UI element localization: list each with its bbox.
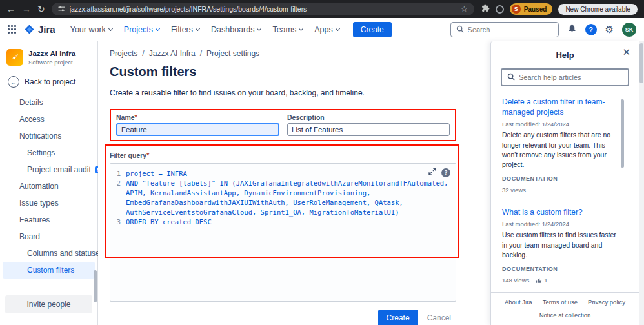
sidebar-item-notifications[interactable]: Notifications: [3, 128, 95, 144]
bookmark-star-icon[interactable]: ☆: [461, 5, 468, 14]
create-filter-button[interactable]: Create: [378, 310, 418, 325]
filter-query-label: Filter query*: [110, 152, 149, 159]
help-search-input[interactable]: [519, 74, 623, 81]
page-scrollbar[interactable]: [639, 41, 644, 325]
url-text[interactable]: jazzx.atlassian.net/jira/software/projec…: [70, 5, 456, 13]
app-switcher-icon[interactable]: [8, 25, 16, 34]
notice-at-collection-link[interactable]: Notice at collection: [496, 311, 634, 319]
sidebar-item-project-email-audit[interactable]: Project email auditNEW: [3, 161, 95, 178]
query-help-icon[interactable]: ?: [441, 168, 450, 177]
article-tag: DOCUMENTATION: [502, 266, 619, 272]
jql-line: 2 AND "feature [labels]" IN (JAXIGrafana…: [113, 179, 450, 217]
address-bar[interactable]: jazzx.atlassian.net/jira/software/projec…: [52, 3, 474, 15]
jql-editor[interactable]: 1 project = INFRA 2 AND "feature [labels…: [110, 163, 456, 302]
sidebar-item-features[interactable]: Features: [3, 212, 95, 228]
article-modified: Last modified: 1/24/2024: [502, 221, 619, 228]
name-field[interactable]: [116, 123, 279, 136]
sidebar-item-columns-and-statuses[interactable]: Columns and statuses: [3, 245, 95, 262]
article-link[interactable]: Delete a custom filter in team-managed p…: [502, 97, 619, 117]
project-settings-sidebar: Jazzx AI Infra Software project ← Back t…: [0, 41, 98, 325]
sidebar-item-issue-types[interactable]: Issue types: [3, 195, 95, 212]
notifications-bell-icon[interactable]: [567, 23, 577, 35]
jql-line: 1 project = INFRA: [113, 169, 450, 179]
privacy-policy-link[interactable]: Privacy policy: [588, 299, 625, 306]
required-asterisk: *: [135, 113, 137, 121]
paused-avatar: S: [512, 5, 521, 14]
help-title: Help: [556, 50, 574, 60]
extensions-puzzle-icon[interactable]: [481, 3, 490, 15]
sidebar-item-details[interactable]: Details: [3, 94, 95, 111]
help-scrollbar[interactable]: [621, 99, 624, 168]
sidebar-item-board[interactable]: Board: [3, 228, 95, 245]
help-search[interactable]: [501, 68, 629, 86]
article-link[interactable]: What is a custom filter?: [502, 207, 619, 217]
sidebar-scrollbar[interactable]: [94, 270, 97, 302]
project-header: Jazzx AI Infra Software project: [0, 49, 97, 66]
line-number: 1: [113, 169, 126, 179]
browser-back-icon[interactable]: ←: [6, 5, 15, 14]
sync-paused-badge[interactable]: S Paused: [510, 3, 553, 15]
help-icon[interactable]: ?: [585, 24, 597, 35]
global-search-input[interactable]: [468, 26, 553, 34]
breadcrumb-projects[interactable]: Projects: [110, 49, 137, 58]
editor-tools: ?: [428, 168, 450, 178]
nav-apps[interactable]: Apps: [311, 23, 343, 37]
settings-menu: Details Access Notifications Settings Pr…: [0, 94, 97, 290]
invite-people-button[interactable]: Invite people: [5, 295, 92, 313]
nav-filters[interactable]: Filters: [168, 23, 203, 37]
user-avatar[interactable]: SK: [622, 23, 636, 37]
jql-code: ORDER BY created DESC: [126, 217, 450, 227]
sidebar-item-access[interactable]: Access: [3, 111, 95, 128]
jira-top-nav: Jira Your work Projects Filters Dashboar…: [0, 18, 644, 41]
browser-toolbar: ← → ↻ jazzx.atlassian.net/jira/software/…: [0, 0, 644, 18]
sidebar-item-settings[interactable]: Settings: [3, 144, 95, 161]
breadcrumb-project-settings[interactable]: Project settings: [196, 49, 259, 58]
help-article: Delete a custom filter in team-managed p…: [502, 97, 619, 193]
project-avatar: [6, 49, 23, 66]
site-info-icon[interactable]: [58, 3, 65, 15]
browser-actions: S Paused New Chrome available: [481, 3, 638, 15]
breadcrumb-project[interactable]: Jazzx AI Infra: [137, 49, 195, 58]
nav-teams[interactable]: Teams: [269, 23, 306, 37]
browser-forward-icon[interactable]: →: [22, 5, 31, 14]
filter-query-section: Filter query* 1 project = INFRA 2 AND "f…: [110, 149, 456, 302]
article-views: 148 views: [502, 277, 529, 284]
about-jira-link[interactable]: About Jira: [505, 299, 532, 306]
cancel-button[interactable]: Cancel: [422, 310, 456, 325]
article-body: Delete any custom filters that are no lo…: [502, 130, 619, 170]
settings-gear-icon[interactable]: ⚙: [605, 25, 614, 34]
page-scrollbar-thumb[interactable]: [639, 43, 643, 83]
jira-wordmark: Jira: [38, 24, 55, 35]
jira-logo[interactable]: Jira: [24, 24, 55, 35]
nav-projects[interactable]: Projects: [121, 23, 163, 37]
help-article: What is a custom filter? Last modified: …: [502, 207, 619, 284]
global-create-button[interactable]: Create: [353, 22, 392, 37]
new-chrome-available-button[interactable]: New Chrome available: [558, 4, 638, 15]
jql-code: AND "feature [labels]" IN (JAXIGrafanaIn…: [126, 179, 450, 217]
chevron-down-icon: [299, 26, 303, 30]
global-search[interactable]: [450, 22, 559, 37]
browser-reload-icon[interactable]: ↻: [37, 5, 45, 14]
article-modified: Last modified: 1/24/2024: [502, 121, 619, 128]
custom-filter-form: Name* Description Filter query* 1 pro: [110, 109, 456, 325]
sidebar-item-custom-filters[interactable]: Custom filters: [3, 262, 95, 279]
annotation-box-fields: Name* Description: [110, 109, 456, 141]
jira-logo-icon: [24, 24, 35, 35]
back-to-project[interactable]: ← Back to project: [0, 76, 97, 88]
back-arrow-icon: ←: [8, 76, 19, 88]
search-icon: [456, 24, 464, 35]
sidebar-item-automation[interactable]: Automation: [3, 178, 95, 195]
close-icon[interactable]: ✕: [622, 47, 630, 57]
terms-of-use-link[interactable]: Terms of use: [543, 299, 578, 306]
nav-dashboards[interactable]: Dashboards: [208, 23, 264, 37]
article-views: 32 views: [502, 186, 526, 193]
help-article-list: Delete a custom filter in team-managed p…: [491, 95, 639, 292]
description-field[interactable]: [287, 123, 450, 136]
browser-profile-icon[interactable]: [496, 5, 504, 14]
page-title: Custom filters: [110, 64, 475, 79]
expand-editor-icon[interactable]: [428, 168, 436, 178]
nav-your-work[interactable]: Your work: [67, 23, 116, 37]
help-panel: Help ✕ Delete a custom filter in team-ma…: [490, 41, 639, 325]
article-tag: DOCUMENTATION: [502, 175, 619, 182]
jql-code: project = INFRA: [126, 169, 450, 179]
